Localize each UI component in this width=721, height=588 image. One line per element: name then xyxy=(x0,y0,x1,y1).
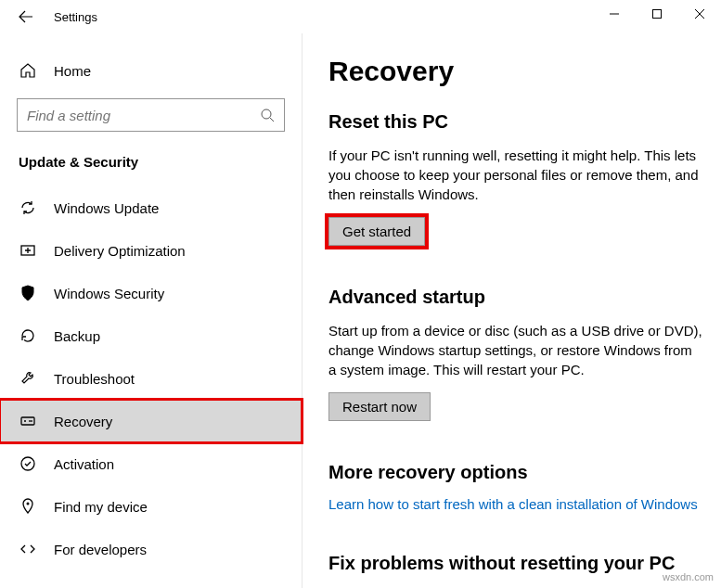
shield-icon xyxy=(19,284,37,302)
svg-rect-1 xyxy=(653,10,662,19)
advanced-heading: Advanced startup xyxy=(328,287,702,308)
nav-label: For developers xyxy=(54,542,147,557)
recovery-icon xyxy=(19,412,37,430)
check-circle-icon xyxy=(19,454,37,473)
minimize-icon xyxy=(610,9,619,19)
maximize-button[interactable] xyxy=(636,0,678,28)
nav-label: Find my device xyxy=(54,499,148,515)
home-label: Home xyxy=(54,63,91,79)
nav-label: Delivery Optimization xyxy=(54,243,186,259)
nav-list: Windows Update Delivery Optimization Win… xyxy=(0,186,302,570)
wrench-icon xyxy=(19,369,37,388)
reset-body: If your PC isn't running well, resetting… xyxy=(328,146,702,204)
nav-delivery-optimization[interactable]: Delivery Optimization xyxy=(0,229,302,272)
search-input[interactable] xyxy=(27,108,260,123)
fresh-install-link[interactable]: Learn how to start fresh with a clean in… xyxy=(328,496,702,512)
svg-point-10 xyxy=(27,503,30,505)
reset-heading: Reset this PC xyxy=(328,111,702,133)
more-heading: More recovery options xyxy=(328,462,702,483)
nav-troubleshoot[interactable]: Troubleshoot xyxy=(0,357,302,400)
search-box[interactable] xyxy=(17,98,285,132)
svg-line-5 xyxy=(270,118,274,121)
nav-activation[interactable]: Activation xyxy=(0,442,302,485)
svg-point-9 xyxy=(21,457,34,470)
window-title: Settings xyxy=(54,10,97,24)
page-title: Recovery xyxy=(328,56,702,87)
code-icon xyxy=(19,540,37,558)
backup-icon xyxy=(19,326,37,345)
category-heading: Update & Security xyxy=(0,154,302,186)
watermark: wsxdn.com xyxy=(663,571,714,582)
home-icon xyxy=(19,61,37,80)
nav-find-my-device[interactable]: Find my device xyxy=(0,485,302,528)
nav-label: Recovery xyxy=(54,414,112,429)
nav-label: Backup xyxy=(54,328,100,344)
nav-label: Troubleshoot xyxy=(54,371,135,387)
svg-point-4 xyxy=(262,109,271,119)
restart-now-button[interactable]: Restart now xyxy=(328,392,431,421)
fix-section: Fix problems without resetting your PC xyxy=(328,553,702,574)
more-section: More recovery options Learn how to start… xyxy=(328,462,702,512)
nav-windows-update[interactable]: Windows Update xyxy=(0,186,302,229)
svg-point-8 xyxy=(24,420,26,422)
minimize-button[interactable] xyxy=(593,0,636,28)
nav-label: Windows Security xyxy=(54,286,164,301)
nav-label: Windows Update xyxy=(54,200,159,216)
close-button[interactable] xyxy=(678,0,721,28)
nav-recovery[interactable]: Recovery xyxy=(0,400,302,442)
location-icon xyxy=(19,497,37,516)
window-controls xyxy=(593,0,721,28)
maximize-icon xyxy=(652,9,662,19)
home-nav[interactable]: Home xyxy=(0,54,302,98)
nav-for-developers[interactable]: For developers xyxy=(0,528,302,570)
sync-icon xyxy=(19,198,37,217)
reset-section: Reset this PC If your PC isn't running w… xyxy=(328,111,702,246)
content-pane: Recovery Reset this PC If your PC isn't … xyxy=(303,33,721,588)
sidebar: Home Update & Security Windows Update De… xyxy=(0,33,303,588)
arrow-left-icon xyxy=(19,9,33,24)
nav-backup[interactable]: Backup xyxy=(0,314,302,357)
delivery-icon xyxy=(19,241,37,260)
advanced-section: Advanced startup Start up from a device … xyxy=(328,287,702,421)
nav-windows-security[interactable]: Windows Security xyxy=(0,272,302,314)
fix-heading: Fix problems without resetting your PC xyxy=(328,553,702,574)
search-icon xyxy=(260,108,275,122)
advanced-body: Start up from a device or disc (such as … xyxy=(328,321,702,379)
nav-label: Activation xyxy=(54,456,114,472)
back-button[interactable] xyxy=(15,6,37,28)
close-icon xyxy=(695,9,704,19)
get-started-button[interactable]: Get started xyxy=(328,217,425,246)
